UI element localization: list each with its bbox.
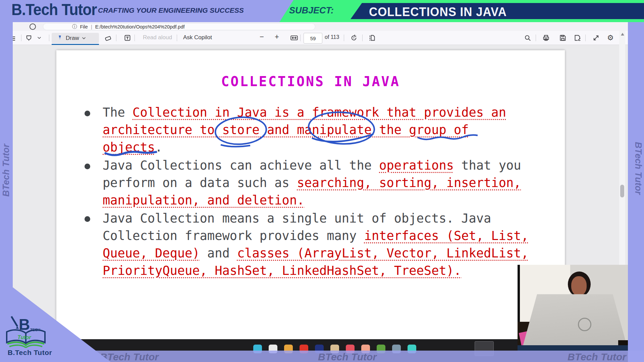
toolbar-divider <box>49 35 49 41</box>
watermark-text: BTech Tutor <box>318 351 377 362</box>
print-icon[interactable] <box>543 35 549 41</box>
ask-copilot-button[interactable]: Ask Copilot <box>183 34 212 41</box>
watermark-left-vertical: BTech Tutor <box>1 144 11 197</box>
address-url: E:/btech%20tution/Oops%204%20pdf.pdf <box>95 24 185 29</box>
slide-text-line: Queue, Deque) and classes (ArrayList, Ve… <box>103 245 529 262</box>
slide-text-segment: Collection framework provides many <box>103 229 364 243</box>
chevron-down-icon <box>82 37 86 40</box>
channel-brand: B.Tech Tutor <box>11 0 97 19</box>
slide-text-line: objects. <box>103 139 529 156</box>
draw-button-label: Draw <box>66 35 79 42</box>
fit-to-width-icon[interactable] <box>290 35 298 41</box>
subject-label: SUBJECT: <box>289 5 346 16</box>
slide-text-line: Java Collections can achieve all the ope… <box>103 157 529 174</box>
slide-text-line: Java Collection means a single unit of o… <box>103 210 529 227</box>
fullscreen-icon[interactable] <box>593 35 599 41</box>
slide-text-line: PriorityQueue, HashSet, LinkedHashSet, T… <box>103 262 529 280</box>
slide-text-segment: objects <box>103 140 155 155</box>
slide-bullet: Java Collection means a single unit of o… <box>103 210 529 280</box>
scrollbar-thumb[interactable] <box>620 185 624 197</box>
toolbar-divider <box>135 35 135 41</box>
slide-text-segment: manipulation, and deletion. <box>103 193 304 207</box>
toolbar-divider <box>344 35 344 41</box>
watermark-right-vertical: BTech Tutor <box>633 142 643 195</box>
rotate-icon[interactable] <box>351 35 357 41</box>
logo-tutor: Tutor <box>17 335 31 340</box>
slide-text-segment: that you <box>454 158 521 173</box>
slide-text-line: Collection framework provides many inter… <box>103 227 529 245</box>
search-icon[interactable] <box>524 35 531 41</box>
slide-bullet: The Collection in Java is a framework th… <box>103 104 529 156</box>
pdf-page: COLLECTIONS IN JAVA The Collection in Ja… <box>56 50 565 339</box>
slide-text-segment: . <box>155 140 162 155</box>
slide-text-segment: Collection in Java is a framework that p… <box>132 105 506 120</box>
bullet-dot <box>85 111 90 116</box>
slide-text-segment: operations <box>379 158 454 173</box>
slide-text-line: manipulation, and deletion. <box>103 192 529 209</box>
scrollbar-up-arrow[interactable] <box>621 33 624 36</box>
page-total-label: of 113 <box>325 34 339 40</box>
eraser-icon[interactable] <box>105 35 111 41</box>
screen: ⓘ File | E:/btech%20tution/Oops%204%20pd… <box>0 0 644 362</box>
save-icon[interactable] <box>559 35 566 41</box>
slide-bullet: Java Collections can achieve all the ope… <box>103 157 529 209</box>
save-as-icon[interactable] <box>574 35 581 41</box>
bullet-dot <box>85 216 90 222</box>
slide-text-segment: Queue, Deque) <box>103 246 200 260</box>
toolbar-divider <box>362 35 363 41</box>
page-number-input[interactable] <box>304 33 322 44</box>
address-separator: | <box>91 24 92 29</box>
browser-address-row: ⓘ File | E:/btech%20tution/Oops%204%20pd… <box>10 22 628 31</box>
settings-gear-icon[interactable]: ⚙ <box>607 34 614 42</box>
presenter-face <box>571 276 587 296</box>
webcam-overlay <box>518 265 632 351</box>
toolbar-divider <box>116 35 116 41</box>
slide-body-text: The Collection in Java is a framework th… <box>103 104 529 280</box>
slide-text-line: perform on a data such as searching, sor… <box>103 174 529 192</box>
slide-text-segment: Java Collections can achieve all the <box>103 158 379 173</box>
channel-header: B.Tech Tutor CRAFTING YOUR ENGINEERING S… <box>0 0 644 22</box>
chevron-down-icon[interactable] <box>38 37 41 39</box>
pdf-toolbar: Draw Read aloud Ask Copilot − + of 113 <box>10 31 628 45</box>
draw-button[interactable]: Draw <box>52 33 99 43</box>
laptop-logo <box>578 318 591 331</box>
slide-text-segment: interfaces (Set, List, <box>364 229 529 243</box>
pen-icon <box>57 35 63 41</box>
toolbar-divider <box>300 35 301 41</box>
channel-tagline: CRAFTING YOUR ENGINEERING SUCCESS <box>98 6 244 14</box>
slide-text-segment: searching, sorting, insertion, <box>297 176 521 190</box>
page-view-icon[interactable] <box>369 35 375 41</box>
address-bar[interactable]: ⓘ File | E:/btech%20tution/Oops%204%20pd… <box>43 23 315 30</box>
slide-text-line: architecture to store and manipulate the… <box>103 121 529 139</box>
read-aloud-button[interactable]: Read aloud <box>143 34 172 41</box>
watermark-text: BTech Tutor <box>568 351 626 362</box>
draw-active-underline <box>52 44 99 45</box>
bullet-dot <box>85 164 90 169</box>
slide-title: COLLECTIONS IN JAVA <box>56 74 565 89</box>
subject-title: COLLECTIONS IN JAVA <box>369 5 507 19</box>
corner-logo-text: B.Tech Tutor <box>1 349 58 357</box>
slide-text-segment: Java Collection means a single unit of o… <box>103 211 491 226</box>
toolbar-divider <box>585 35 586 41</box>
slide-text-segment: architecture to store and manipulate the… <box>103 123 469 137</box>
zoom-out-button[interactable]: − <box>260 33 264 41</box>
info-icon: ⓘ <box>72 23 77 30</box>
watermark-text: BTech Tutor <box>100 351 159 362</box>
slide-text-segment: classes (ArrayList, Vector, LinkedList, <box>237 246 529 260</box>
toolbar-divider <box>21 35 21 41</box>
slide-text-segment: PriorityQueue, HashSet, LinkedHashSet, T… <box>103 263 461 278</box>
zoom-in-button[interactable]: + <box>275 33 279 41</box>
slide-text-segment: and <box>200 246 237 260</box>
slide-text-line: The Collection in Java is a framework th… <box>103 104 529 121</box>
highlighter-icon[interactable] <box>25 35 32 41</box>
toolbar-divider <box>177 35 177 41</box>
btech-tutor-logo: B TECH Tutor <box>4 314 48 348</box>
toolbar-divider <box>536 35 536 41</box>
slide-text-segment: The <box>103 105 132 120</box>
slide-text-segment: perform on a data such as <box>103 176 297 190</box>
add-text-icon[interactable] <box>124 35 131 41</box>
reload-icon[interactable] <box>30 23 36 30</box>
address-scheme: File <box>80 24 88 29</box>
